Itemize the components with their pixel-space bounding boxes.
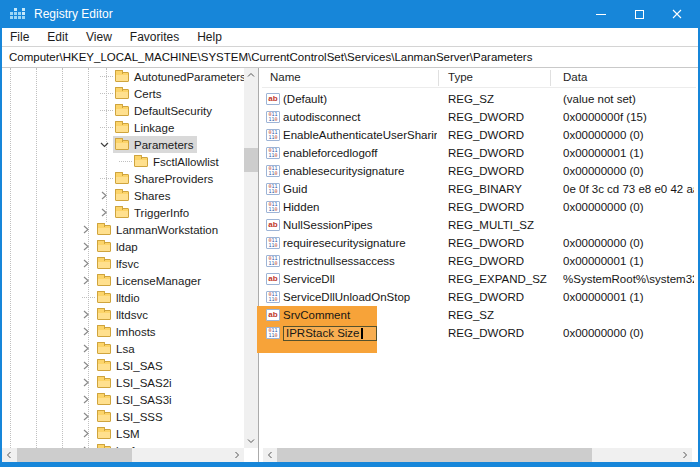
column-header-type[interactable]: Type [448, 71, 473, 83]
chevron-right-icon[interactable] [81, 394, 95, 406]
tree-item-certs[interactable]: Certs [2, 85, 244, 102]
tree-item-group[interactable]: ShareProviders [113, 170, 217, 187]
registry-editor-app-icon[interactable] [10, 8, 24, 20]
rename-edit-box[interactable]: IPRStack Size [283, 326, 377, 341]
value-name-cell[interactable]: (Default) [283, 90, 437, 108]
value-name-cell[interactable]: enablesecuritysignature [283, 162, 437, 180]
tree-item-lfsvc[interactable]: lfsvc [2, 255, 244, 272]
column-separator[interactable] [550, 70, 551, 86]
tree-item-defaultsecurity[interactable]: DefaultSecurity [2, 102, 244, 119]
tree-item-ldap[interactable]: ldap [2, 238, 244, 255]
tree-vscroll-thumb[interactable] [244, 148, 258, 172]
registry-value-row[interactable]: abSrvCommentREG_SZ [262, 306, 696, 324]
chevron-right-icon[interactable] [81, 241, 95, 253]
close-button[interactable] [658, 0, 696, 28]
title-bar[interactable]: Registry Editor [0, 0, 700, 28]
tree-item-lsa[interactable]: Lsa [2, 340, 244, 357]
list-hscroll-thumb[interactable] [277, 448, 592, 462]
tree-item-group[interactable]: LSI_SAS2i [95, 374, 176, 391]
tree-item-group[interactable]: LSI_SSS [95, 408, 167, 425]
tree-item-fsctlallowlist[interactable]: FsctlAllowlist [2, 153, 244, 170]
tree-item-group[interactable]: LicenseManager [95, 272, 205, 289]
chevron-right-icon[interactable] [81, 258, 95, 270]
value-name-cell[interactable]: restrictnullsessaccess [283, 252, 437, 270]
tree-horizontal-scrollbar[interactable] [2, 448, 244, 462]
tree-item-group[interactable]: lfsvc [95, 255, 143, 272]
menu-item-favorites[interactable]: Favorites [121, 28, 188, 44]
value-name-cell[interactable]: SrvComment [283, 306, 437, 324]
chevron-right-icon[interactable] [99, 207, 113, 219]
scroll-down-icon[interactable] [244, 434, 258, 448]
tree-item-lsi_sss[interactable]: LSI_SSS [2, 408, 244, 425]
registry-value-row[interactable]: 011110ServiceDllUnloadOnStopREG_DWORD0x0… [262, 288, 696, 306]
registry-value-row[interactable]: abServiceDllREG_EXPAND_SZ%SystemRoot%\sy… [262, 270, 696, 288]
tree-vertical-scrollbar[interactable] [244, 68, 258, 448]
chevron-right-icon[interactable] [81, 275, 95, 287]
tree-item-shareproviders[interactable]: ShareProviders [2, 170, 244, 187]
value-name-cell[interactable]: Hidden [283, 198, 437, 216]
column-separator[interactable] [438, 70, 439, 86]
scroll-right-icon[interactable] [678, 448, 692, 462]
column-header-data[interactable]: Data [563, 71, 587, 83]
tree-item-group[interactable]: Shares [113, 187, 174, 204]
list-horizontal-scrollbar[interactable] [263, 448, 692, 462]
registry-value-row[interactable]: 011110GuidREG_BINARY0e 0f 3c cd 73 e8 e0… [262, 180, 696, 198]
tree-item-group[interactable]: Linkage [113, 119, 178, 136]
menu-item-view[interactable]: View [77, 28, 121, 44]
tree-item-group[interactable]: Certs [113, 85, 165, 102]
chevron-right-icon[interactable] [99, 190, 113, 202]
tree-item-group[interactable]: lmhosts [95, 323, 160, 340]
registry-value-row[interactable]: ab(Default)REG_SZ(value not set) [262, 90, 696, 108]
tree-item-lsi_sas2i[interactable]: LSI_SAS2i [2, 374, 244, 391]
value-name-cell[interactable]: EnableAuthenticateUserSharing [283, 126, 437, 144]
value-name-cell[interactable]: NullSessionPipes [283, 216, 437, 234]
registry-value-row[interactable]: 011110HiddenREG_DWORD0x00000000 (0) [262, 198, 696, 216]
tree-item-licensemanager[interactable]: LicenseManager [2, 272, 244, 289]
tree-item-linkage[interactable]: Linkage [2, 119, 244, 136]
registry-value-row[interactable]: abNullSessionPipesREG_MULTI_SZ [262, 216, 696, 234]
chevron-down-icon[interactable] [99, 139, 113, 151]
menu-item-file[interactable]: File [2, 28, 38, 44]
tree-item-parameters[interactable]: Parameters [2, 136, 244, 153]
value-name-cell[interactable]: autodisconnect [283, 108, 437, 126]
chevron-right-icon[interactable] [81, 343, 95, 355]
tree-item-triggerinfo[interactable]: TriggerInfo [2, 204, 244, 221]
registry-value-row[interactable]: 011110IPRStack SizeREG_DWORD0x00000000 (… [262, 324, 696, 342]
chevron-right-icon[interactable] [81, 326, 95, 338]
registry-value-row[interactable]: 011110requiresecuritysignatureREG_DWORD0… [262, 234, 696, 252]
chevron-right-icon[interactable] [81, 224, 95, 236]
minimize-button[interactable] [582, 0, 620, 28]
tree-item-group[interactable]: LSM [95, 425, 144, 442]
tree-item-group[interactable]: lltdio [95, 289, 144, 306]
tree-item-group[interactable]: FsctlAllowlist [132, 153, 223, 170]
tree-item-lsi_sas[interactable]: LSI_SAS [2, 357, 244, 374]
scroll-left-icon[interactable] [263, 448, 277, 462]
menu-item-help[interactable]: Help [188, 28, 231, 44]
value-name-cell[interactable]: ServiceDllUnloadOnStop [283, 288, 437, 306]
value-name-cell[interactable]: ServiceDll [283, 270, 437, 288]
tree-item-lsm[interactable]: LSM [2, 425, 244, 442]
tree-item-shares[interactable]: Shares [2, 187, 244, 204]
tree-item-lsi_sas3i[interactable]: LSI_SAS3i [2, 391, 244, 408]
tree-item-group[interactable]: LSI_SAS3i [95, 391, 176, 408]
tree-item-group[interactable]: Lsa [95, 340, 139, 357]
tree-item-lanmanworkstation[interactable]: LanmanWorkstation [2, 221, 244, 238]
tree-item-lltdio[interactable]: lltdio [2, 289, 244, 306]
tree-item-group[interactable]: lltdsvc [95, 306, 152, 323]
value-name-cell[interactable]: Guid [283, 180, 437, 198]
tree-item-group[interactable]: AutotunedParameters [113, 68, 244, 85]
registry-value-row[interactable]: 011110EnableAuthenticateUserSharingREG_D… [262, 126, 696, 144]
value-name-cell[interactable]: IPRStack Size [283, 324, 437, 342]
registry-value-row[interactable]: 011110enableforcedlogoffREG_DWORD0x00000… [262, 144, 696, 162]
scroll-left-icon[interactable] [2, 448, 16, 462]
tree-item-lltdsvc[interactable]: lltdsvc [2, 306, 244, 323]
column-header-name[interactable]: Name [270, 71, 301, 83]
chevron-right-icon[interactable] [81, 377, 95, 389]
menu-item-edit[interactable]: Edit [38, 28, 77, 44]
registry-value-row[interactable]: 011110enablesecuritysignatureREG_DWORD0x… [262, 162, 696, 180]
value-name-cell[interactable]: enableforcedlogoff [283, 144, 437, 162]
tree-hscroll-thumb[interactable] [17, 448, 132, 462]
chevron-right-icon[interactable] [81, 309, 95, 321]
tree-item-group[interactable]: DefaultSecurity [113, 102, 216, 119]
address-bar-input[interactable]: Computer\HKEY_LOCAL_MACHINE\SYSTEM\Curre… [2, 47, 698, 68]
